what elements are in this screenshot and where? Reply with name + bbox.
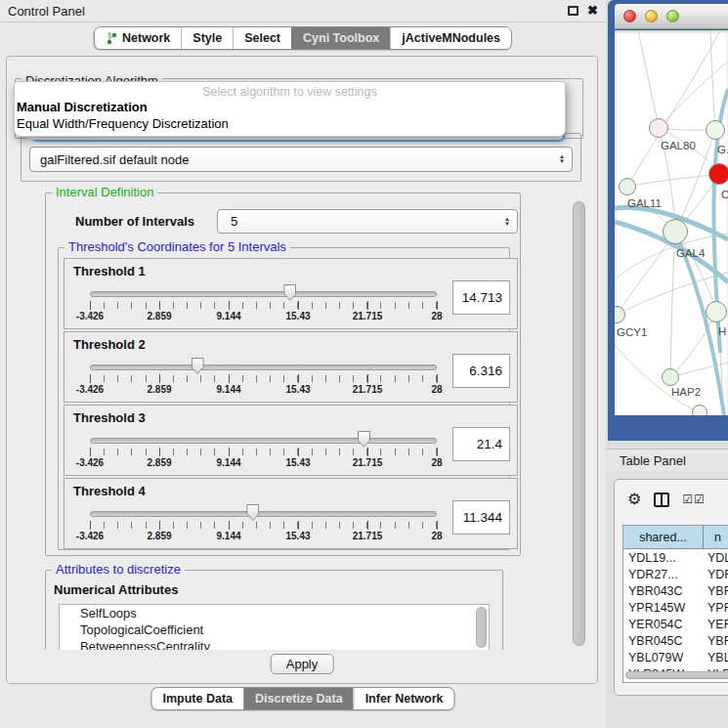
gear-icon[interactable]: ⚙ [627,492,641,507]
table-data-combobox[interactable]: galFiltered.sif default node ▲▼ [29,147,573,172]
tick-major-mark [159,448,160,456]
cell: YPR145W [623,601,707,615]
table-data-value: galFiltered.sif default node [30,152,559,167]
tick-label: -3.426 [76,384,104,395]
cell: YBL079W [623,651,707,664]
network-node[interactable] [663,219,688,244]
threshold-1-slider-track[interactable] [90,291,437,297]
threshold-3-slider-track[interactable] [90,438,437,444]
cell: YBR0 [707,584,728,598]
network-canvas[interactable]: GAL80G.CGAL11GAL4GCY1HHAP2 [615,30,728,415]
minimize-button[interactable] [645,10,658,22]
apply-button[interactable]: Apply [271,654,334,674]
tick-major-mark [367,301,368,310]
threshold-2-value-field[interactable]: 6.316 [452,354,510,388]
network-node[interactable] [692,405,707,415]
list-item[interactable]: TopologicalCoefficient [60,621,489,638]
attributes-group: Attributes to discretize Numerical Attri… [45,570,503,658]
tick-label: 21.715 [353,457,383,468]
checkbox-icons[interactable]: ☑☑ [682,492,706,506]
number-of-intervals-value: 5 [218,214,504,229]
threshold-2-slider-track[interactable] [90,364,437,370]
tab-infer-network[interactable]: Infer Network [354,688,454,709]
tick-major-mark [229,521,230,530]
tick-major-mark [437,448,438,456]
network-node[interactable] [706,120,725,140]
tick-major-mark [159,301,160,310]
close-icon[interactable]: ✖ [587,4,598,18]
threshold-3-slider-thumb[interactable] [358,431,370,448]
network-node[interactable] [708,163,728,185]
node-table[interactable]: shared... n YDL19... YDL1 YDR27... YDR2 … [622,525,728,683]
network-node[interactable] [649,118,668,138]
right-column: GAL80G.CGAL11GAL4GCY1HHAP2 Table Panel ⚙… [606,0,728,728]
tab-network[interactable]: Network [95,27,181,49]
tab-select[interactable]: Select [233,27,291,49]
network-node[interactable] [662,368,679,386]
threshold-4-value-field[interactable]: 11.344 [452,500,510,535]
tick-label: 21.715 [353,384,383,395]
tab-impute-data[interactable]: Impute Data [151,688,243,709]
control-panel-title: Control Panel [8,4,85,19]
threshold-1-value-field[interactable]: 14.713 [452,280,510,315]
apply-strip: Apply [8,650,596,683]
network-node-label: H [718,325,726,337]
tick-label: 2.859 [147,311,171,321]
cell: YDR27... [623,568,707,581]
tick-label: 28 [431,531,442,541]
cell: YER0 [707,618,728,631]
table-row[interactable]: YDL19... YDL1 [623,549,728,566]
zoom-button[interactable] [666,10,679,22]
threshold-4-slider-track[interactable] [90,511,437,517]
table-toolbar: ⚙ ☑☑ [615,486,728,513]
algorithm-placeholder: Select algorithm to view settings [15,85,565,99]
tick-label-row: -3.4262.8599.14415.4321.71528 [90,384,437,397]
attributes-list-vscrollbar[interactable] [476,607,487,648]
tick-major-mark [90,521,91,530]
tab-discretize-data[interactable]: Discretize Data [243,688,354,709]
column-header-name[interactable]: n [704,526,728,548]
table-row[interactable]: YBL079W YBL0 [623,649,728,665]
tab-jactivemnodules[interactable]: jActiveMNodules [390,27,511,49]
column-header-shared[interactable]: shared... [623,526,704,548]
list-item[interactable]: SelfLoops [60,605,489,621]
table-row[interactable]: YBR045C YBR0 [623,632,728,649]
tick-label: 9.144 [216,457,240,468]
table-panel-body: ⚙ ☑☑ shared... n YDL19... YDL1 YDR27 [606,471,728,728]
popup-item-equal-width-frequency[interactable]: Equal Width/Frequency Discretization [15,115,565,132]
threshold-1-slider-thumb[interactable] [283,284,296,301]
network-node-label: GAL4 [676,247,705,259]
tick-major-mark [229,448,230,456]
table-row[interactable]: YER054C YER0 [623,616,728,632]
tick-label: 15.43 [285,531,310,541]
split-columns-icon[interactable] [654,492,669,507]
threshold-3-value-field[interactable]: 21.4 [452,427,510,461]
tick-label: 15.43 [285,457,310,468]
numerical-attributes-list[interactable]: SelfLoops TopologicalCoefficient Between… [59,604,490,657]
table-row[interactable]: YBR043C YBR0 [623,582,728,599]
threshold-3-panel: Threshold 3 -3.4262.8599.14415.4321.7152… [64,405,518,476]
network-node[interactable] [706,301,727,322]
threshold-4-panel: Threshold 4 -3.4262.8599.14415.4321.7152… [64,478,518,549]
tick-label: 15.43 [285,311,310,321]
tab-cyni-toolbox[interactable]: Cyni Toolbox [291,27,390,49]
close-button[interactable] [623,10,636,22]
interval-definition-group: Interval Definition Number of Intervals … [45,193,521,556]
network-node[interactable] [619,178,636,195]
table-row[interactable]: YDR27... YDR2 [623,566,728,582]
tick-marks [90,522,437,529]
table-hscrollbar[interactable] [625,671,728,679]
table-panel-titlebar: Table Panel [606,449,728,471]
float-window-icon[interactable] [568,6,578,16]
cell: YBL0 [707,651,728,664]
tab-style[interactable]: Style [181,27,233,49]
control-panel-vscrollbar[interactable] [573,201,585,646]
table-header-row: shared... n [623,526,728,549]
number-of-intervals-combobox[interactable]: 5 ▲▼ [217,209,518,234]
threshold-2-slider-thumb[interactable] [192,358,204,374]
table-row[interactable]: YPR145W YPR1 [623,599,728,616]
popup-item-manual-discretization[interactable]: Manual Discretization [15,99,565,115]
tick-major-mark [437,374,438,383]
tick-label: 9.144 [216,531,240,541]
threshold-4-slider-thumb[interactable] [246,504,259,521]
